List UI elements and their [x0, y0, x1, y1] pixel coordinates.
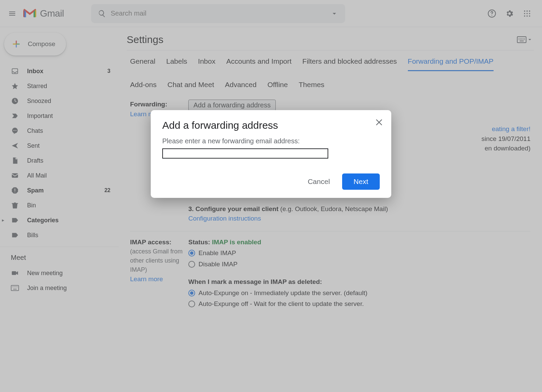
close-icon: [375, 118, 383, 127]
forwarding-email-input[interactable]: [162, 148, 328, 159]
dialog-title: Add a forwarding address: [162, 120, 380, 131]
add-forwarding-dialog: Add a forwarding address Please enter a …: [151, 110, 391, 198]
cancel-button[interactable]: Cancel: [306, 174, 332, 189]
modal-overlay[interactable]: Add a forwarding address Please enter a …: [0, 0, 542, 392]
dialog-close-button[interactable]: [373, 116, 385, 128]
dialog-subtitle: Please enter a new forwarding email addr…: [162, 137, 380, 145]
next-button[interactable]: Next: [342, 173, 380, 190]
